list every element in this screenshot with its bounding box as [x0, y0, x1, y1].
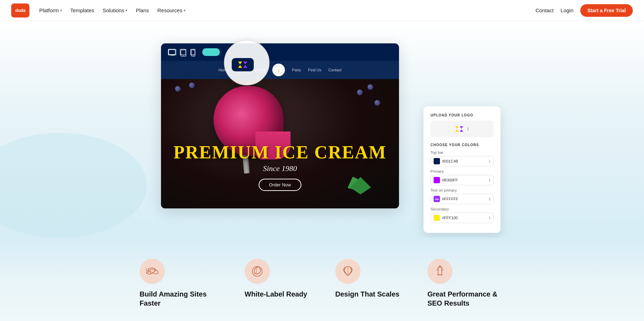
- customization-panel: UPLOAD YOUR LOGO ℹ CHOOSE YOUR COLORS: [424, 106, 500, 233]
- topbar-color-input[interactable]: #001C4B ℹ: [430, 156, 493, 166]
- browser-nav: Home Flavors About 🍦 Party Find Us Conta…: [161, 61, 399, 79]
- solutions-chevron-icon: ▾: [126, 8, 127, 12]
- mobile-icon[interactable]: [190, 49, 195, 55]
- nav-contact-link[interactable]: Contact: [536, 7, 554, 13]
- builder-container: ⌂ Home Flavors About 🍦 Party Find Us Con…: [154, 43, 490, 208]
- white-label-icon-wrap: [245, 259, 270, 284]
- main-nav: duda Platform ▾ Templates Solutions ▾ Pl…: [0, 0, 644, 21]
- secondary-label: Secondary: [430, 207, 493, 211]
- nav-left: duda Platform ▾ Templates Solutions ▾ Pl…: [11, 3, 186, 17]
- secondary-info-icon[interactable]: ℹ: [489, 216, 490, 220]
- upload-logo-title: UPLOAD YOUR LOGO: [430, 113, 493, 117]
- color-row-primary: Primary #B300FF ℹ: [430, 169, 493, 185]
- duda-logo[interactable]: duda: [11, 3, 29, 17]
- site-nav-party[interactable]: Party: [292, 68, 301, 72]
- nav-resources[interactable]: Resources ▾: [157, 7, 186, 13]
- secondary-color-input[interactable]: #FFF100 ℹ: [430, 213, 493, 223]
- site-logo: 🍦: [272, 64, 285, 76]
- order-now-button[interactable]: Order Now: [259, 179, 302, 191]
- site-nav-contact[interactable]: Contact: [328, 68, 342, 72]
- topbar-swatch: [434, 158, 440, 164]
- text-primary-swatch: Aa: [434, 196, 440, 202]
- topbar-info-icon[interactable]: ℹ: [489, 159, 490, 164]
- site-hero-image: PREMIUM ICE CREAM Since 1980 Order Now: [161, 79, 399, 208]
- platform-chevron-icon: ▾: [60, 8, 62, 12]
- blueberry-4: [368, 84, 373, 90]
- chevron-purple-down-1: [243, 62, 247, 64]
- site-nav-findus[interactable]: Find Us: [308, 68, 321, 72]
- svg-point-4: [183, 55, 184, 56]
- nav-plans[interactable]: Plans: [136, 7, 149, 13]
- svg-text:🍦: 🍦: [277, 69, 280, 72]
- nav-platform[interactable]: Platform ▾: [39, 7, 62, 13]
- info-icon[interactable]: ℹ: [467, 127, 469, 131]
- feature-build-faster: Build Amazing Sites Faster: [140, 259, 217, 308]
- white-label-title: White-Label Ready: [245, 290, 307, 299]
- leaf-icon: [250, 264, 264, 278]
- hero-section: ⌂ Home Flavors About 🍦 Party Find Us Con…: [0, 21, 644, 238]
- svg-point-6: [193, 55, 194, 56]
- logo-badge: [232, 58, 254, 71]
- secondary-value: #FFF100: [442, 216, 487, 220]
- svg-rect-0: [169, 50, 176, 55]
- text-primary-label: Text on primary: [430, 188, 493, 192]
- chevron-yellow-up-1: [238, 65, 242, 68]
- color-row-topbar: Top bar #001C4B ℹ: [430, 150, 493, 166]
- hero-text-overlay: PREMIUM ICE CREAM Since 1980 Order Now: [161, 142, 399, 191]
- feature-performance: Great Performance & SEO Results: [427, 259, 504, 308]
- fish-icon: [145, 264, 159, 278]
- chevron-yellow-down-1: [238, 62, 242, 64]
- browser-window: ⌂ Home Flavors About 🍦 Party Find Us Con…: [161, 43, 399, 208]
- primary-color-input[interactable]: #B300FF ℹ: [430, 175, 493, 185]
- performance-title: Great Performance & SEO Results: [427, 290, 504, 308]
- design-scales-title: Design That Scales: [335, 290, 399, 299]
- nav-templates[interactable]: Templates: [70, 7, 94, 13]
- chevron-purple-up-1: [243, 65, 247, 68]
- hero-bg: PREMIUM ICE CREAM Since 1980 Order Now: [161, 79, 399, 208]
- topbar-value: #001C4B: [442, 159, 487, 163]
- mini-chevron-yellow-down: [455, 126, 459, 129]
- nav-solutions[interactable]: Solutions ▾: [103, 7, 127, 13]
- nav-links: Platform ▾ Templates Solutions ▾ Plans R…: [39, 7, 186, 13]
- mini-chevron-purple-down: [460, 126, 463, 129]
- preview-toggle[interactable]: [202, 48, 220, 56]
- feature-white-label: White-Label Ready: [245, 259, 307, 308]
- feature-design-scales: Design That Scales: [335, 259, 399, 308]
- primary-info-icon[interactable]: ℹ: [489, 178, 490, 183]
- bg-blob: [0, 133, 147, 238]
- blueberry-1: [175, 86, 181, 92]
- secondary-swatch: [434, 215, 440, 221]
- logo-upload-area[interactable]: ℹ: [430, 121, 493, 137]
- lotus-icon: [341, 264, 355, 278]
- nav-login-link[interactable]: Login: [561, 7, 574, 13]
- text-primary-value: #FFFFFF: [442, 197, 487, 201]
- desktop-icon[interactable]: [168, 49, 176, 55]
- performance-icon-wrap: [427, 259, 453, 284]
- build-faster-icon-wrap: [140, 259, 165, 284]
- start-trial-button[interactable]: Start a Free Trial: [580, 4, 633, 17]
- build-faster-title: Build Amazing Sites Faster: [140, 290, 217, 308]
- svg-rect-13: [438, 267, 442, 275]
- tablet-icon[interactable]: [180, 49, 186, 55]
- svg-point-9: [154, 270, 155, 271]
- design-scales-icon-wrap: [335, 259, 360, 284]
- ice-cream-title: PREMIUM ICE CREAM: [161, 142, 399, 163]
- text-primary-info-icon[interactable]: ℹ: [489, 197, 490, 201]
- text-primary-color-input[interactable]: Aa #FFFFFF ℹ: [430, 194, 493, 204]
- ice-cream-subtitle: Since 1980: [161, 164, 399, 173]
- blueberry-2: [189, 83, 195, 88]
- browser-topbar: ⌂: [161, 43, 399, 61]
- features-section: Build Amazing Sites Faster White-Label R…: [0, 238, 644, 321]
- blueberry-3: [357, 90, 363, 95]
- choose-colors-title: CHOOSE YOUR COLORS: [430, 143, 493, 147]
- primary-value: #B300FF: [442, 178, 487, 182]
- mini-chevron-purple-up: [460, 129, 463, 132]
- primary-label: Primary: [430, 169, 493, 173]
- color-row-secondary: Secondary #FFF100 ℹ: [430, 207, 493, 223]
- primary-swatch: [434, 177, 440, 183]
- nav-right: Contact Login Start a Free Trial: [536, 4, 633, 17]
- resources-chevron-icon: ▾: [184, 8, 186, 12]
- device-icons: [168, 49, 195, 55]
- lighthouse-icon: [433, 264, 447, 278]
- color-row-text-primary: Text on primary Aa #FFFFFF ℹ: [430, 188, 493, 204]
